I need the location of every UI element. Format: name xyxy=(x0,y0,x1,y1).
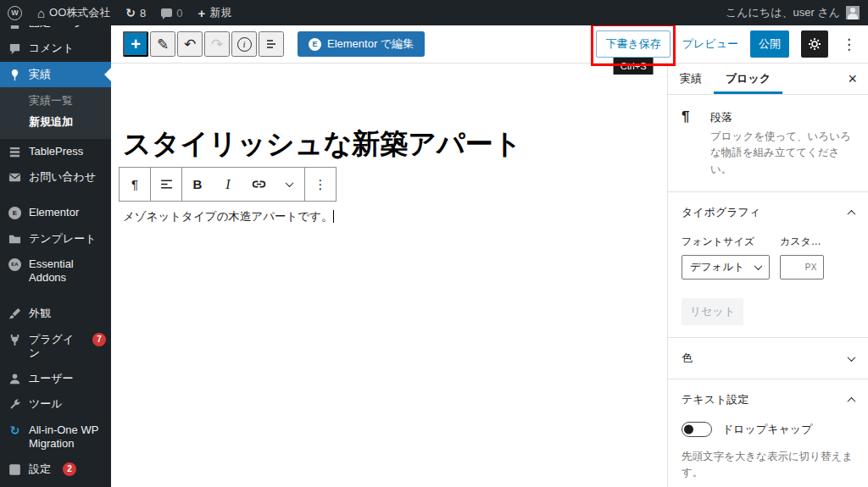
details-button[interactable]: i xyxy=(231,31,257,57)
edit-tool-button[interactable]: ✎ xyxy=(150,31,175,57)
align-icon xyxy=(159,177,174,191)
custom-size-input[interactable]: PX xyxy=(780,255,824,279)
user-greeting[interactable]: こんにちは、user さん xyxy=(726,5,840,20)
reset-button[interactable]: リセット xyxy=(682,298,743,325)
redo-button[interactable]: ↷ xyxy=(204,31,230,57)
list-view-button[interactable] xyxy=(259,31,284,57)
sidebar-item-label: テンプレート xyxy=(29,232,97,246)
redo-icon: ↷ xyxy=(211,36,223,53)
sidebar-item-settings[interactable]: 設定 2 xyxy=(0,457,111,482)
editor-canvas[interactable]: スタイリッシュな新築アパート ¶ B I ⋮ メゾネットタ xyxy=(111,64,667,487)
elementor-icon: E xyxy=(8,207,22,219)
block-type-button[interactable]: ¶ xyxy=(120,168,150,201)
settings-tabs: 実績 ブロック × xyxy=(668,64,868,95)
sidebar-item-plugins[interactable]: プラグイン 7 xyxy=(0,327,111,367)
chevron-down-icon xyxy=(285,179,293,187)
block-inserter-button[interactable]: + xyxy=(123,31,148,57)
sidebar-item-custom-fields[interactable]: カスタムフィールド xyxy=(0,482,111,487)
sidebar-item-templates[interactable]: テンプレート xyxy=(0,226,111,252)
text-settings-section: テキスト設定 ドロップキャップ 先頭文字を大きな表示に切り替えます。 xyxy=(668,379,868,487)
tab-document[interactable]: 実績 xyxy=(668,64,714,94)
bold-button[interactable]: B xyxy=(182,168,213,201)
wordpress-logo-icon: W xyxy=(8,6,22,20)
updates-menu[interactable]: ↻ 8 xyxy=(118,0,153,25)
preview-button[interactable]: プレビュー xyxy=(682,36,738,52)
plugins-update-badge: 7 xyxy=(92,333,106,346)
typography-header[interactable]: タイポグラフィ xyxy=(668,192,868,233)
text-settings-title: テキスト設定 xyxy=(682,392,748,407)
chevron-down-icon xyxy=(848,353,856,362)
block-options-button[interactable]: ⋮ xyxy=(305,168,336,201)
new-content-menu[interactable]: + 新規 xyxy=(191,0,240,25)
wrench-icon xyxy=(8,398,22,411)
migration-icon: ↻ xyxy=(8,424,22,436)
gear-icon xyxy=(808,37,821,51)
user-avatar[interactable] xyxy=(846,6,860,19)
info-icon: i xyxy=(237,37,252,52)
block-card: ¶ 段落 ブロックを使って、いろいろな物語を組み立ててください。 xyxy=(668,95,868,191)
sidebar-item-label: コメント xyxy=(29,42,74,55)
sidebar-item-users[interactable]: ユーザー xyxy=(0,366,111,391)
plus-icon: + xyxy=(198,6,206,20)
sidebar-item-label: 固定ページ xyxy=(29,25,85,30)
color-title: 色 xyxy=(682,351,693,366)
italic-button[interactable]: I xyxy=(213,168,243,201)
folder-icon xyxy=(8,233,22,246)
pencil-icon: ✎ xyxy=(157,36,169,53)
ellipsis-icon: ⋮ xyxy=(314,177,327,192)
comments-count: 0 xyxy=(176,7,182,19)
sidebar-item-label: All-in-One WP Migration xyxy=(29,423,106,451)
drop-cap-label: ドロップキャップ xyxy=(722,422,812,437)
undo-icon: ↶ xyxy=(184,36,196,53)
sidebar-item-appearance[interactable]: 外観 xyxy=(0,301,111,326)
sidebar-item-essential-addons[interactable]: EA Essential Addons xyxy=(0,252,111,291)
edit-with-elementor-button[interactable]: E Elementor で編集 xyxy=(298,31,425,57)
undo-button[interactable]: ↶ xyxy=(177,31,203,57)
sidebar-item-tablepress[interactable]: TablePress xyxy=(0,139,111,164)
text-settings-header[interactable]: テキスト設定 xyxy=(668,379,868,420)
essential-addons-icon: EA xyxy=(8,258,22,271)
wordpress-logo-menu[interactable]: W xyxy=(0,0,30,25)
sidebar-item-comments[interactable]: コメント xyxy=(0,36,111,61)
sidebar-item-pages[interactable]: 固定ページ xyxy=(0,25,111,36)
settings-icon xyxy=(8,463,22,476)
comments-menu[interactable]: 0 xyxy=(153,0,190,25)
home-icon: ⌂ xyxy=(37,7,45,19)
editor-header: + ✎ ↶ ↷ i E Elementor で編集 下書き保存 Ctrl+S プ… xyxy=(111,25,868,64)
save-draft-button[interactable]: 下書き保存 xyxy=(596,30,670,58)
comments-icon xyxy=(161,8,172,17)
sidebar-item-jisseki[interactable]: 実績 xyxy=(0,62,111,87)
tab-block[interactable]: ブロック xyxy=(714,64,782,94)
sidebar-item-tools[interactable]: ツール xyxy=(0,391,111,417)
format-more-button[interactable] xyxy=(274,168,304,201)
submenu-item-jisseki-list[interactable]: 実績一覧 xyxy=(0,90,111,112)
post-title-input[interactable]: スタイリッシュな新築アパート xyxy=(123,125,522,163)
color-header[interactable]: 色 xyxy=(668,338,868,379)
publish-button[interactable]: 公開 xyxy=(750,30,789,58)
options-menu-button[interactable]: ⋮ xyxy=(840,36,858,53)
sidebar-item-contact[interactable]: お問い合わせ xyxy=(0,164,111,190)
settings-toggle-button[interactable] xyxy=(801,30,828,58)
list-view-icon xyxy=(264,37,278,51)
paragraph-block[interactable]: メゾネットタイプの木造アパートです。 xyxy=(123,209,334,224)
chevron-up-icon xyxy=(848,397,856,406)
drop-cap-toggle[interactable] xyxy=(682,422,712,437)
elementor-button-label: Elementor で編集 xyxy=(327,36,414,52)
jisseki-submenu: 実績一覧 新規追加 xyxy=(0,87,111,139)
submenu-item-add-new[interactable]: 新規追加 xyxy=(0,111,111,133)
site-name-menu[interactable]: ⌂ OO株式会社 xyxy=(30,0,118,25)
sidebar-item-elementor[interactable]: E Elementor xyxy=(0,200,111,225)
link-button[interactable] xyxy=(243,168,274,201)
align-button[interactable] xyxy=(151,168,181,201)
user-icon xyxy=(8,373,22,385)
custom-size-label: カスタ… xyxy=(780,235,824,249)
paragraph-icon: ¶ xyxy=(682,108,704,125)
admin-sidebar: 固定ページ コメント 実績 実績一覧 新規追加 TablePress お問い合わ… xyxy=(0,25,111,487)
ellipsis-icon: ⋮ xyxy=(842,36,856,53)
close-settings-button[interactable]: × xyxy=(837,64,868,94)
sidebar-item-label: 外観 xyxy=(29,307,51,320)
sidebar-item-migration[interactable]: ↻ All-in-One WP Migration xyxy=(0,418,111,457)
font-size-select[interactable]: デフォルト xyxy=(682,255,770,279)
text-cursor xyxy=(333,210,334,223)
paragraph-text: メゾネットタイプの木造アパートです。 xyxy=(123,210,332,223)
